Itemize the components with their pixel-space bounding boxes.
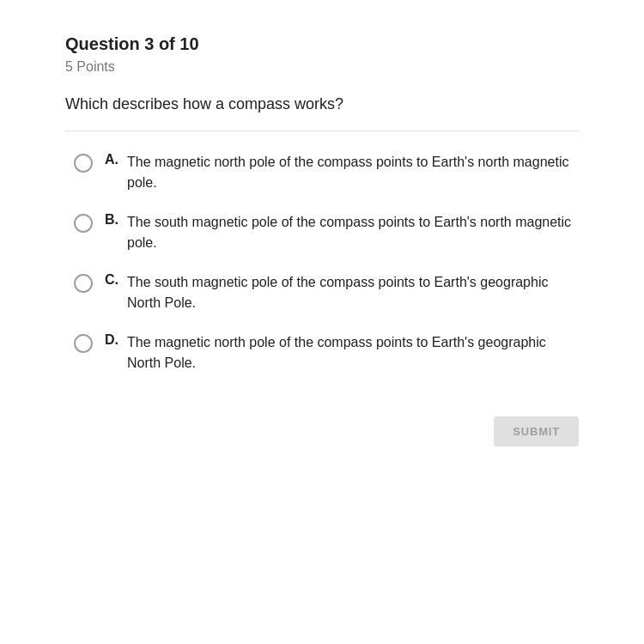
divider [65, 131, 579, 131]
submit-area: SUBMIT [65, 416, 579, 447]
question-text: Which describes how a compass works? [65, 95, 579, 113]
option-item-a[interactable]: A.The magnetic north pole of the compass… [74, 152, 579, 193]
radio-d[interactable] [74, 334, 93, 353]
radio-c[interactable] [74, 274, 93, 293]
question-number: Question 3 of 10 [65, 34, 579, 54]
option-letter-c: C. [105, 272, 120, 288]
option-item-c[interactable]: C.The south magnetic pole of the compass… [74, 272, 579, 313]
option-item-b[interactable]: B.The south magnetic pole of the compass… [74, 212, 579, 253]
option-letter-b: B. [105, 212, 120, 228]
points-label: 5 Points [65, 59, 579, 75]
option-text-d: The magnetic north pole of the compass p… [127, 332, 579, 374]
main-container: Question 3 of 10 5 Points Which describe… [0, 0, 644, 481]
options-list: A.The magnetic north pole of the compass… [74, 152, 579, 374]
option-text-a: The magnetic north pole of the compass p… [127, 152, 579, 193]
option-text-b: The south magnetic pole of the compass p… [127, 212, 579, 253]
option-letter-a: A. [105, 152, 120, 167]
option-letter-d: D. [105, 332, 120, 348]
radio-b[interactable] [74, 214, 93, 233]
submit-button[interactable]: SUBMIT [494, 416, 579, 447]
option-text-c: The south magnetic pole of the compass p… [127, 272, 579, 313]
option-item-d[interactable]: D.The magnetic north pole of the compass… [74, 332, 579, 374]
radio-a[interactable] [74, 154, 93, 173]
